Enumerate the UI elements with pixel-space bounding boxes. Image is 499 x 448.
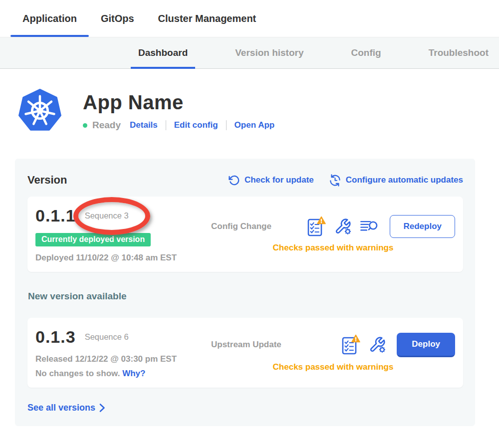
available-version-row: 0.1.3 Sequence 6 [35,326,211,348]
no-changes-text: No changes to show. Why? [35,369,211,379]
auto-update-clock-icon [329,174,341,187]
current-version-row: 0.1.1 Sequence 3 [35,205,211,226]
current-version-actions: Config Change [211,205,455,263]
released-timestamp: Released 12/12/22 @ 03:30 pm EST [35,354,211,364]
tab-dashboard[interactable]: Dashboard [131,37,195,68]
edit-config-wrench-icon[interactable] [369,336,386,353]
version-section: Version Check for update [15,159,475,426]
current-version-icon-group [307,216,379,237]
tab-application[interactable]: Application [10,0,89,37]
tab-version-history-label: Version history [235,47,303,58]
available-version-checks-status[interactable]: Checks passed with warnings [211,362,455,372]
new-version-available-heading: New version available [28,291,463,302]
currently-deployed-badge: Currently deployed version [35,233,151,246]
app-name-title: App Name [83,91,274,114]
view-files-diff-icon[interactable] [360,220,379,233]
check-for-update-button[interactable]: Check for update [229,175,314,186]
configure-automatic-updates-label: Configure automatic updates [346,175,463,185]
tab-version-history[interactable]: Version history [228,37,311,68]
available-version-icon-group [341,334,386,355]
app-header-text: App Name Ready Details Edit config Open … [83,89,274,131]
edit-config-link[interactable]: Edit config [174,120,218,130]
main-content: App Name Ready Details Edit config Open … [0,89,499,426]
why-link[interactable]: Why? [122,369,145,378]
open-app-link[interactable]: Open App [235,120,275,130]
tab-cluster-management-label: Cluster Management [158,13,256,24]
tab-config[interactable]: Config [344,37,389,68]
chevron-right-icon [99,403,105,413]
see-all-versions-label: See all versions [27,403,95,413]
app-sub-nav: Dashboard Version history Config Trouble… [0,37,499,69]
current-version-card: 0.1.1 Sequence 3 Currently deployed vers… [27,197,463,272]
version-actions: Check for update Configure automatic upd… [229,174,463,187]
tab-application-label: Application [22,13,77,24]
deploy-button[interactable]: Deploy [397,333,455,357]
available-version-card: 0.1.3 Sequence 6 Released 12/12/22 @ 03:… [27,318,463,388]
current-version-checks-status[interactable]: Checks passed with warnings [211,243,455,253]
current-version-source-label: Config Change [211,222,271,231]
current-version-actions-row: Config Change [211,215,455,238]
redeploy-button[interactable]: Redeploy [390,215,455,238]
divider [226,120,227,130]
available-version-number: 0.1.3 [35,327,76,347]
tab-gitops[interactable]: GitOps [89,0,146,37]
edit-config-wrench-icon[interactable] [334,218,351,235]
deployed-timestamp: Deployed 11/10/22 @ 10:48 am EST [35,253,211,263]
status-ready-dot-icon [83,123,87,128]
current-version-info: 0.1.1 Sequence 3 Currently deployed vers… [35,205,211,263]
current-version-number: 0.1.1 [35,206,76,225]
refresh-icon [229,175,240,186]
tab-config-label: Config [351,47,381,58]
app-header: App Name Ready Details Edit config Open … [15,89,484,133]
check-for-update-label: Check for update [245,175,314,185]
available-version-source-label: Upstream Update [211,340,281,350]
configure-automatic-updates-button[interactable]: Configure automatic updates [329,174,463,187]
see-all-versions-link[interactable]: See all versions [27,403,105,413]
details-link[interactable]: Details [130,120,158,130]
current-version-sequence: Sequence 3 [85,211,129,221]
available-version-actions: Upstream Update [211,326,455,379]
diff-text: No changes to show. [35,369,120,378]
kubernetes-logo-icon [18,89,62,133]
admin-console-screen: Application GitOps Cluster Management Da… [0,0,499,448]
tab-troubleshoot-label: Troubleshoot [429,47,489,58]
divider [166,120,166,130]
tab-troubleshoot[interactable]: Troubleshoot [421,37,496,68]
app-status-row: Ready Details Edit config Open App [83,120,274,131]
tab-dashboard-label: Dashboard [138,47,188,58]
app-status-label: Ready [92,120,121,131]
tab-cluster-management[interactable]: Cluster Management [146,0,268,37]
version-section-title: Version [27,174,67,187]
available-version-sequence: Sequence 6 [85,332,129,342]
preflight-checks-warning-icon[interactable] [341,334,360,355]
top-nav: Application GitOps Cluster Management [0,0,499,37]
preflight-checks-warning-icon[interactable] [307,216,326,237]
version-section-header: Version Check for update [27,174,463,187]
available-version-actions-row: Upstream Update [211,333,455,357]
tab-gitops-label: GitOps [101,13,134,24]
available-version-info: 0.1.3 Sequence 6 Released 12/12/22 @ 03:… [35,326,211,379]
